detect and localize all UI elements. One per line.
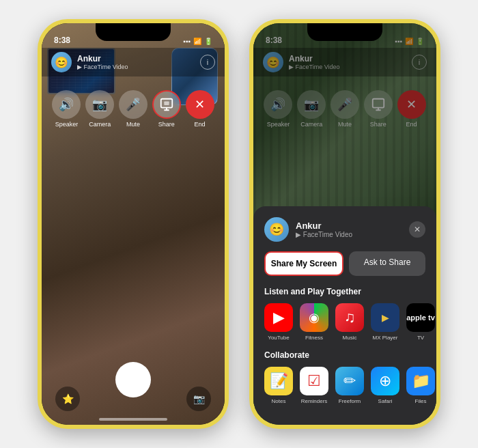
end-control[interactable]: ✕ End	[186, 90, 214, 128]
fitness-label: Fitness	[305, 335, 323, 341]
caller-name: Ankur	[77, 54, 195, 64]
share-button[interactable]	[152, 90, 181, 119]
caller-bar: 😊 Ankur ▶ FaceTime Video i	[42, 48, 225, 76]
panel-info: Ankur ▶ FaceTime Video	[296, 221, 402, 238]
caller-sub: ▶ FaceTime Video	[77, 64, 195, 70]
home-indicator	[99, 418, 167, 421]
app-item-notes[interactable]: 📝 Notes	[264, 367, 293, 404]
youtube-label: YouTube	[268, 335, 289, 341]
left-phone: 8:38 ▪▪▪ 📶 🔋 😊 Ankur ▶ FaceTime Video i …	[38, 19, 229, 429]
youtube-icon: ▶	[264, 303, 293, 332]
panel-close-button[interactable]: ✕	[409, 221, 425, 238]
collaborate-app-grid: 📝 Notes ☑ Reminders ✏ Freeform ⊕ Safari …	[264, 367, 425, 404]
music-icon: ♫	[335, 303, 364, 332]
safari-label: Safari	[378, 398, 393, 404]
speaker-control[interactable]: 🔊 Speaker	[52, 90, 81, 128]
end-label: End	[195, 121, 206, 128]
files-icon: 📁	[406, 367, 435, 395]
app-item-freeform[interactable]: ✏ Freeform	[335, 367, 364, 404]
share-my-screen-button[interactable]: Share My Screen	[264, 251, 343, 276]
app-item-safari[interactable]: ⊕ Safari	[371, 367, 399, 404]
speaker-label: Speaker	[55, 121, 79, 128]
info-button[interactable]: i	[200, 55, 215, 70]
mute-control[interactable]: 🎤 Mute	[119, 90, 147, 128]
status-icons: ▪▪▪ 📶 🔋	[183, 38, 212, 45]
status-time: 8:38	[54, 36, 70, 45]
app-item-reminders[interactable]: ☑ Reminders	[300, 367, 328, 404]
right-phone: 8:38 ▪▪▪ 📶 🔋 😊 Ankur ▶ FaceTime Video i …	[249, 19, 440, 429]
ask-to-share-button[interactable]: Ask to Share	[349, 251, 425, 276]
battery-icon: 🔋	[204, 38, 212, 45]
panel-name: Ankur	[296, 221, 402, 231]
reminders-icon: ☑	[300, 367, 328, 395]
caller-info: Ankur ▶ FaceTime Video	[77, 54, 195, 70]
share-control[interactable]: Share	[152, 90, 181, 128]
app-item-fitness[interactable]: ◉ Fitness	[300, 303, 328, 341]
end-button[interactable]: ✕	[186, 90, 214, 119]
fitness-icon: ◉	[300, 303, 328, 332]
avatar: 😊	[51, 52, 72, 72]
collaborate-section-label: Collaborate	[264, 350, 425, 360]
notes-icon: 📝	[264, 367, 293, 395]
files-label: Files	[415, 398, 427, 404]
panel-sub: ▶ FaceTime Video	[296, 231, 402, 238]
tv-label: TV	[417, 335, 424, 341]
freeform-label: Freeform	[339, 398, 361, 404]
controls-bar: 🔊 Speaker 📷 Camera 🎤 Mute	[42, 85, 225, 133]
app-item-files[interactable]: 📁 Files	[406, 367, 435, 404]
panel-header: 😊 Ankur ▶ FaceTime Video ✕	[264, 217, 425, 242]
tv-icon: apple tv	[406, 303, 435, 332]
app-item-mxplayer[interactable]: ▶ MX Player	[371, 303, 399, 341]
wifi-icon: 📶	[193, 38, 201, 45]
speaker-button[interactable]: 🔊	[52, 90, 81, 119]
listen-section-label: Listen and Play Together	[264, 287, 425, 296]
app-item-music[interactable]: ♫ Music	[335, 303, 364, 341]
camera-button[interactable]: 📷	[85, 90, 114, 119]
share-label: Share	[158, 121, 175, 128]
share-buttons-row: Share My Screen Ask to Share	[264, 251, 425, 276]
svg-rect-1	[164, 101, 169, 105]
notch	[96, 23, 171, 41]
camera-label: Camera	[89, 121, 111, 128]
mute-label: Mute	[126, 121, 140, 128]
music-label: Music	[343, 335, 357, 341]
mxplayer-icon: ▶	[371, 303, 399, 332]
share-screen-panel: 😊 Ankur ▶ FaceTime Video ✕ Share My Scre…	[253, 206, 436, 425]
camera-flip-button[interactable]: 📷	[186, 387, 211, 411]
reminders-label: Reminders	[301, 398, 328, 404]
notes-label: Notes	[272, 398, 286, 404]
bottom-controls: ⭐ 📷	[42, 387, 225, 411]
camera-control[interactable]: 📷 Camera	[85, 90, 114, 128]
freeform-icon: ✏	[335, 367, 364, 395]
safari-icon: ⊕	[371, 367, 399, 395]
signal-icon: ▪▪▪	[183, 38, 191, 45]
mxplayer-label: MX Player	[373, 335, 398, 341]
panel-avatar: 😊	[264, 217, 289, 242]
star-button[interactable]: ⭐	[55, 387, 80, 411]
mute-button[interactable]: 🎤	[119, 90, 147, 119]
listen-app-grid: ▶ YouTube ◉ Fitness ♫ Music ▶ MX Player …	[264, 303, 425, 341]
app-item-youtube[interactable]: ▶ YouTube	[264, 303, 293, 341]
app-item-tv[interactable]: apple tv TV	[406, 303, 435, 341]
